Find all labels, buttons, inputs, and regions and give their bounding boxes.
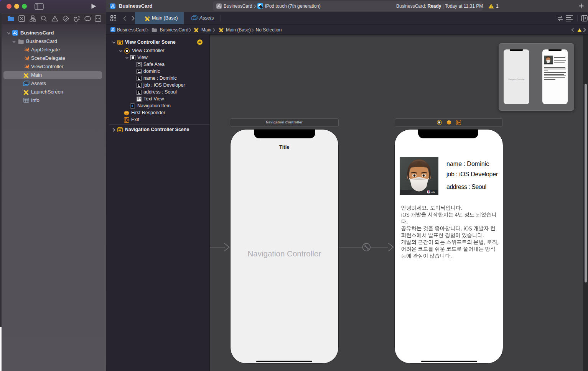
svg-text:voila: voila: [430, 191, 435, 193]
